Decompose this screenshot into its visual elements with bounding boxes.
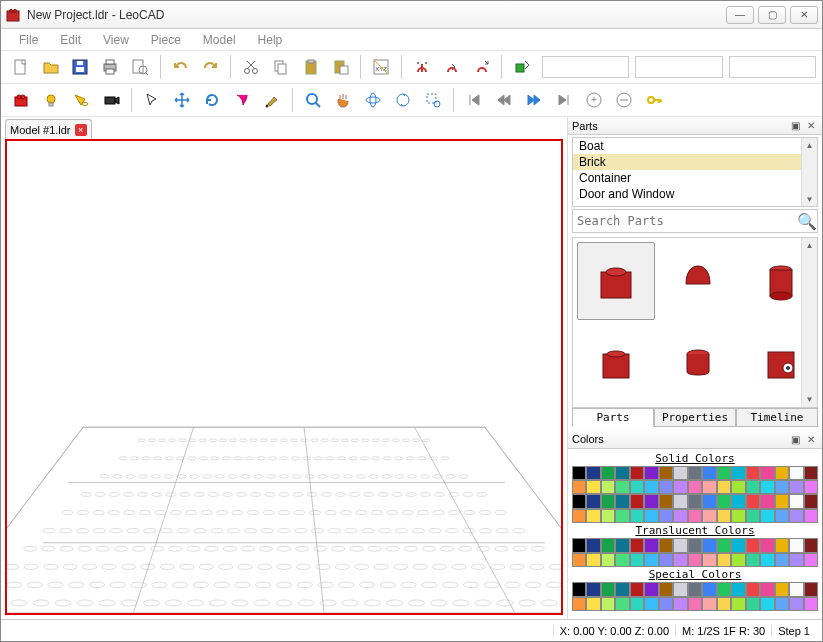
color-swatch[interactable] [775,538,789,552]
color-swatch[interactable] [659,509,673,523]
colors-body[interactable]: Solid ColorsTranslucent ColorsSpecial Co… [572,451,818,620]
color-swatch[interactable] [775,480,789,494]
spotlight-icon[interactable] [67,86,95,114]
scroll-down-icon[interactable]: ▼ [802,192,817,206]
color-swatch[interactable] [775,466,789,480]
color-swatch[interactable] [644,538,658,552]
color-swatch[interactable] [775,553,789,567]
snap-rotate-icon[interactable] [438,53,466,81]
color-swatch[interactable] [731,466,745,480]
menu-piece[interactable]: Piece [141,31,191,49]
color-swatch[interactable] [804,494,818,508]
zoom-region-icon[interactable] [419,86,447,114]
color-swatch[interactable] [746,597,760,611]
color-swatch[interactable] [572,494,586,508]
scrollbar[interactable]: ▲ ▼ [801,238,817,407]
zoom-tool-icon[interactable] [299,86,327,114]
color-swatch[interactable] [775,582,789,596]
color-swatch[interactable] [644,582,658,596]
part-thumbnail[interactable] [659,324,737,402]
paste-special-icon[interactable] [327,53,355,81]
orbit-tool-icon[interactable] [359,86,387,114]
color-swatch[interactable] [673,480,687,494]
color-swatch[interactable] [644,597,658,611]
color-swatch[interactable] [789,538,803,552]
color-swatch[interactable] [659,480,673,494]
brick-icon[interactable] [7,86,35,114]
color-swatch[interactable] [630,582,644,596]
relative-transform-icon[interactable] [508,53,536,81]
color-swatch[interactable] [644,509,658,523]
paint-tool-icon[interactable] [258,86,286,114]
color-swatch[interactable] [804,538,818,552]
part-thumbnail[interactable] [742,324,802,402]
color-swatch[interactable] [615,494,629,508]
color-swatch[interactable] [586,509,600,523]
color-swatch[interactable] [702,597,716,611]
color-swatch[interactable] [630,509,644,523]
color-swatch[interactable] [688,494,702,508]
key-icon[interactable] [640,86,668,114]
color-swatch[interactable] [586,538,600,552]
color-swatch[interactable] [615,597,629,611]
part-thumbnail[interactable] [577,324,655,402]
menu-help[interactable]: Help [248,31,293,49]
close-tab-icon[interactable]: × [75,124,87,136]
snap-move-icon[interactable] [408,53,436,81]
color-swatch[interactable] [601,466,615,480]
color-swatch[interactable] [760,597,774,611]
transform-xyz-icon[interactable]: XYZ [367,53,395,81]
delete-tool-icon[interactable] [228,86,256,114]
close-panel-icon[interactable]: ✕ [804,119,818,133]
color-swatch[interactable] [804,509,818,523]
color-swatch[interactable] [601,494,615,508]
color-swatch[interactable] [731,597,745,611]
dock-icon[interactable]: ▣ [788,432,802,446]
color-swatch[interactable] [760,553,774,567]
color-swatch[interactable] [804,553,818,567]
color-swatch[interactable] [673,466,687,480]
color-swatch[interactable] [615,466,629,480]
color-swatch[interactable] [789,494,803,508]
color-swatch[interactable] [789,509,803,523]
color-swatch[interactable] [586,494,600,508]
color-swatch[interactable] [673,553,687,567]
color-swatch[interactable] [717,553,731,567]
color-swatch[interactable] [775,597,789,611]
roll-tool-icon[interactable] [389,86,417,114]
color-swatch[interactable] [630,553,644,567]
color-swatch[interactable] [746,466,760,480]
color-swatch[interactable] [688,466,702,480]
new-file-icon[interactable] [7,53,35,81]
color-swatch[interactable] [760,480,774,494]
subtab-parts[interactable]: Parts [572,408,654,427]
color-swatch[interactable] [586,553,600,567]
menu-file[interactable]: File [9,31,48,49]
next-step-icon[interactable] [520,86,548,114]
scroll-up-icon[interactable]: ▲ [802,238,817,252]
color-swatch[interactable] [775,509,789,523]
remove-step-icon[interactable] [610,86,638,114]
camera-icon[interactable] [97,86,125,114]
color-swatch[interactable] [731,509,745,523]
color-swatch[interactable] [688,538,702,552]
color-swatch[interactable] [746,553,760,567]
color-swatch[interactable] [601,509,615,523]
scroll-up-icon[interactable]: ▲ [802,138,817,152]
minimize-button[interactable]: — [726,6,754,24]
color-swatch[interactable] [789,480,803,494]
color-swatch[interactable] [673,538,687,552]
color-swatch[interactable] [659,553,673,567]
part-thumbnail[interactable] [742,242,802,320]
color-swatch[interactable] [586,597,600,611]
color-swatch[interactable] [644,480,658,494]
move-tool-icon[interactable] [168,86,196,114]
category-row[interactable]: Brick [573,154,801,170]
color-swatch[interactable] [630,480,644,494]
select-tool-icon[interactable] [138,86,166,114]
color-swatch[interactable] [717,582,731,596]
color-swatch[interactable] [659,494,673,508]
color-swatch[interactable] [775,494,789,508]
color-swatch[interactable] [731,480,745,494]
color-swatch[interactable] [702,480,716,494]
